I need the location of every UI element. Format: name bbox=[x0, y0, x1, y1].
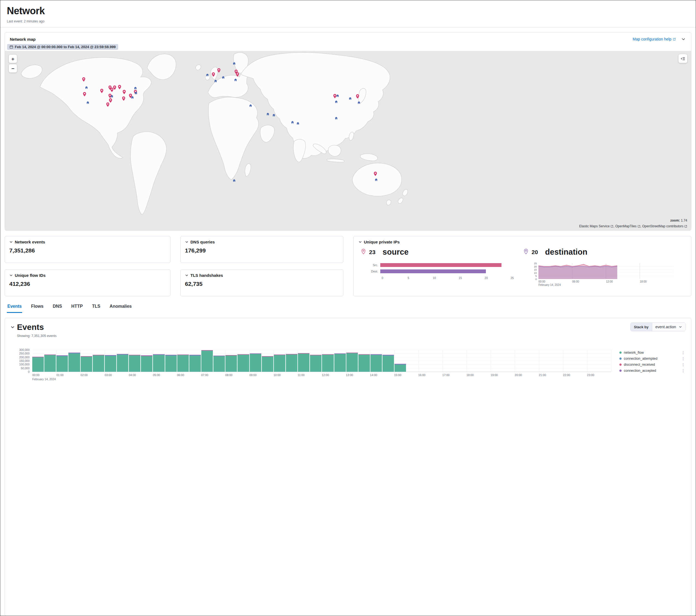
map-building-marker[interactable] bbox=[336, 94, 339, 98]
tab-flows[interactable]: Flows bbox=[30, 303, 44, 313]
map-pin-marker[interactable] bbox=[117, 85, 121, 91]
axis-tick-label: 15 bbox=[534, 268, 537, 271]
legend-color-dot bbox=[619, 364, 621, 366]
legend-options-icon[interactable]: ⋮ bbox=[681, 357, 685, 361]
chevron-down-icon[interactable] bbox=[11, 325, 15, 329]
map-building-marker[interactable] bbox=[85, 85, 88, 90]
tab-http[interactable]: HTTP bbox=[71, 303, 83, 313]
tab-events[interactable]: Events bbox=[7, 303, 22, 313]
legend-label[interactable]: connection_attempted bbox=[624, 357, 681, 361]
histogram-bar bbox=[359, 350, 370, 372]
map-pin-marker[interactable] bbox=[356, 94, 360, 100]
histogram-bar bbox=[310, 350, 321, 372]
map-pin-marker[interactable] bbox=[123, 90, 126, 95]
map-legend-toggle-button[interactable] bbox=[679, 54, 687, 63]
map-building-marker[interactable] bbox=[206, 73, 209, 78]
map-building-marker[interactable] bbox=[375, 177, 378, 183]
gridline bbox=[466, 350, 467, 372]
map-pin-marker[interactable] bbox=[82, 77, 85, 83]
stack-by-control: Stack by event.action bbox=[630, 322, 685, 331]
histogram-bar bbox=[93, 350, 104, 372]
axis-tick-label: 23:00 bbox=[587, 373, 594, 377]
legend-options-icon[interactable]: ⋮ bbox=[681, 369, 685, 373]
map-building-marker[interactable] bbox=[335, 116, 338, 121]
map-date-range-badge[interactable]: Feb 14, 2024 @ 00:00:00.000 to Feb 14, 2… bbox=[7, 44, 118, 50]
map-building-marker[interactable] bbox=[134, 86, 137, 91]
axis-tick-label: 19:00 bbox=[491, 373, 497, 377]
histogram-bar bbox=[370, 350, 382, 372]
map-pin-marker[interactable] bbox=[212, 72, 215, 78]
tab-anomalies[interactable]: Anomalies bbox=[109, 303, 132, 313]
map-pin-marker[interactable] bbox=[122, 96, 125, 102]
map-building-marker[interactable] bbox=[266, 112, 269, 117]
map-pin-marker[interactable] bbox=[374, 172, 377, 177]
histogram-plot bbox=[32, 350, 611, 372]
map-building-marker[interactable] bbox=[110, 94, 113, 99]
bar-chart-row: Dest. bbox=[370, 269, 512, 273]
map-building-marker[interactable] bbox=[233, 61, 236, 66]
chevron-down-icon[interactable] bbox=[359, 240, 362, 244]
axis-tick-label: 50,000 bbox=[21, 366, 30, 370]
map-pin-icon bbox=[361, 249, 366, 255]
map-building-marker[interactable] bbox=[249, 104, 252, 108]
map-configuration-help-link[interactable]: Map configuration help bbox=[633, 37, 676, 41]
legend-label[interactable]: network_flow bbox=[624, 351, 681, 354]
histogram-bar-segment bbox=[286, 354, 297, 372]
attribution-link-openstreetmap-contributors[interactable]: OpenStreetMap contributors bbox=[642, 224, 687, 228]
map-canvas[interactable]: + − zoom: 1.74 Elastic Maps Service, Ope… bbox=[5, 51, 691, 230]
gridline bbox=[515, 350, 515, 372]
map-building-marker[interactable] bbox=[222, 75, 225, 80]
map-building-marker[interactable] bbox=[86, 100, 90, 105]
map-building-marker[interactable] bbox=[214, 79, 217, 84]
map-building-marker[interactable] bbox=[349, 96, 352, 101]
chevron-down-icon[interactable] bbox=[185, 273, 189, 277]
legend-options-icon[interactable]: ⋮ bbox=[681, 351, 685, 354]
attribution-link-elastic-maps-service[interactable]: Elastic Maps Service bbox=[579, 224, 613, 228]
tab-dns[interactable]: DNS bbox=[52, 303, 63, 313]
axis-tick-label: 200,000 bbox=[19, 356, 30, 359]
map-zoom-in-button[interactable]: + bbox=[9, 55, 17, 63]
stat-value: 412,236 bbox=[9, 281, 166, 287]
map-pin-marker[interactable] bbox=[236, 72, 239, 78]
map-zoom-out-button[interactable]: − bbox=[9, 64, 17, 73]
chevron-down-icon[interactable] bbox=[9, 273, 13, 277]
map-building-marker[interactable] bbox=[131, 95, 134, 100]
legend-options-icon[interactable]: ⋮ bbox=[681, 363, 685, 366]
map-building-marker[interactable] bbox=[272, 113, 275, 118]
histogram-bar bbox=[105, 350, 116, 372]
map-panel-collapse-chevron-icon[interactable] bbox=[681, 36, 686, 42]
map-building-marker[interactable] bbox=[234, 78, 237, 83]
legend-item-disconnect-received: disconnect_received⋮ bbox=[619, 362, 685, 367]
axis-tick-label: 150,000 bbox=[19, 359, 30, 362]
map-pin-marker[interactable] bbox=[100, 89, 104, 94]
map-zoom-indicator: zoom: 1.74 bbox=[579, 219, 687, 222]
map-building-marker[interactable] bbox=[291, 120, 294, 125]
chevron-down-icon[interactable] bbox=[9, 240, 13, 244]
map-building-marker[interactable] bbox=[357, 100, 361, 105]
network-map-panel: Network map Map configuration help Feb 1… bbox=[5, 32, 691, 231]
tab-tls[interactable]: TLS bbox=[91, 303, 101, 313]
map-pin-marker[interactable] bbox=[110, 88, 114, 93]
map-pin-marker[interactable] bbox=[217, 68, 221, 74]
legend-label[interactable]: disconnect_received bbox=[624, 363, 681, 366]
axis-tick-label: 25 bbox=[510, 276, 514, 280]
histogram-bar-segment bbox=[237, 355, 249, 372]
map-building-marker[interactable] bbox=[335, 99, 338, 105]
histogram-bar bbox=[262, 350, 273, 372]
chevron-down-icon[interactable] bbox=[185, 240, 189, 244]
external-link-icon bbox=[673, 38, 676, 41]
map-building-marker[interactable] bbox=[134, 91, 138, 96]
histogram-bar-segment bbox=[32, 357, 44, 372]
events-panel: Events Showing: 7,351,305 events Stack b… bbox=[5, 318, 691, 616]
stack-by-select[interactable]: event.action bbox=[652, 323, 685, 331]
attribution-link-openmaptiles[interactable]: OpenMapTiles bbox=[615, 224, 640, 228]
map-building-marker[interactable] bbox=[233, 178, 236, 183]
legend-label[interactable]: connection_accepted bbox=[624, 369, 681, 373]
stats-grid: Unique private IPs 23 source 20 destinat… bbox=[5, 236, 691, 296]
map-building-marker[interactable] bbox=[296, 121, 300, 126]
legend-item-connection-accepted: connection_accepted⋮ bbox=[619, 368, 685, 373]
source-ips-label: source bbox=[382, 248, 409, 256]
map-footer: zoom: 1.74 Elastic Maps Service, OpenMap… bbox=[579, 219, 687, 228]
map-pin-marker[interactable] bbox=[83, 92, 86, 98]
map-pin-marker[interactable] bbox=[106, 102, 110, 108]
